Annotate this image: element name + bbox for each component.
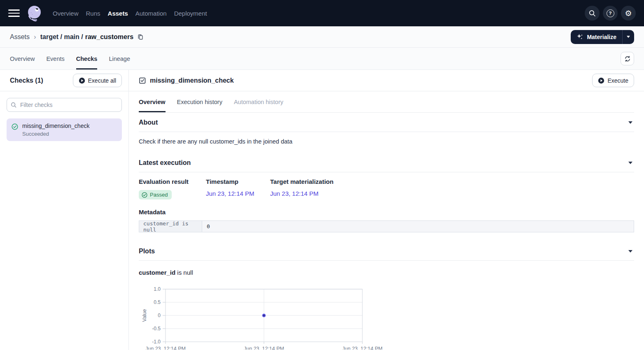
detail-tab-execution-history[interactable]: Execution history xyxy=(177,91,222,112)
materialize-split-button: Materialize xyxy=(571,30,634,44)
breadcrumb-assets-link[interactable]: Assets xyxy=(10,33,30,41)
latest-execution-section-header: Latest execution xyxy=(139,153,634,172)
y-tick-label: -1.0 xyxy=(152,339,161,345)
collapse-caret-icon[interactable] xyxy=(628,162,632,164)
hamburger-menu-icon[interactable] xyxy=(8,9,20,17)
y-tick-label: 1.0 xyxy=(154,286,161,292)
materialize-label: Materialize xyxy=(587,34,616,40)
latest-execution-summary: Evaluation result Passed Timestamp J xyxy=(139,178,634,199)
asset-tabs: Overview Events Checks Lineage xyxy=(10,48,130,70)
metadata-table: customer_id is null 0 xyxy=(139,220,634,232)
dagster-octopus-logo-icon[interactable] xyxy=(26,4,44,22)
collapse-caret-icon[interactable] xyxy=(628,121,632,124)
check-detail-panel: missing_dimension_check Execute Overview… xyxy=(129,70,644,350)
check-list-item-selected[interactable]: missing_dimension_check Succeeded xyxy=(7,118,122,141)
x-tick-label: Jun 23, 12:14 PM xyxy=(342,346,383,350)
latest-execution-heading: Latest execution xyxy=(139,159,191,167)
column-header-evaluation-result: Evaluation result xyxy=(139,178,206,185)
check-circle-icon xyxy=(142,192,147,198)
execute-all-button[interactable]: Execute all xyxy=(73,74,122,87)
metadata-heading: Metadata xyxy=(139,209,634,216)
nav-item-overview[interactable]: Overview xyxy=(53,10,79,17)
status-badge-passed: Passed xyxy=(139,190,172,199)
collapse-caret-icon[interactable] xyxy=(628,250,632,253)
tab-checks[interactable]: Checks xyxy=(76,48,98,70)
detail-tabs: Overview Execution history Automation hi… xyxy=(139,91,634,113)
play-circle-icon xyxy=(79,77,85,84)
settings-button[interactable]: ⚙ xyxy=(621,6,636,21)
help-button[interactable]: ? xyxy=(603,6,618,21)
value-scatter-chart: 1.0 0.5 0 -0.5 -1.0 Value Jun 23, 12:14 … xyxy=(139,286,634,350)
search-icon xyxy=(11,102,16,108)
breadcrumb-separator: › xyxy=(34,33,36,41)
about-section-header: About xyxy=(139,113,634,132)
breadcrumb-row: Assets › target / main / raw_customers M… xyxy=(0,26,644,48)
sparkle-icon xyxy=(576,33,583,40)
checks-panel-title: Checks (1) xyxy=(10,77,43,84)
check-item-status: Succeeded xyxy=(22,131,89,137)
check-detail-title: missing_dimension_check xyxy=(150,77,234,84)
asset-check-icon xyxy=(139,77,146,84)
top-nav: Overview Runs Assets Automation Deployme… xyxy=(0,0,644,26)
play-circle-icon xyxy=(598,77,604,84)
y-axis-label: Value xyxy=(142,309,147,322)
help-icon: ? xyxy=(607,9,614,17)
timestamp-link[interactable]: Jun 23, 12:14 PM xyxy=(206,190,254,197)
y-tick-label: -0.5 xyxy=(152,326,161,331)
checks-panel: Checks (1) Execute all xyxy=(0,70,129,350)
filter-checks-input[interactable] xyxy=(7,98,122,112)
caret-down-icon xyxy=(627,36,630,38)
about-heading: About xyxy=(139,119,158,126)
execute-button[interactable]: Execute xyxy=(592,74,634,87)
breadcrumb-asset-path: target / main / xyxy=(40,33,83,41)
data-point xyxy=(263,314,265,317)
nav-actions: ? ⚙ xyxy=(585,6,636,21)
tab-lineage[interactable]: Lineage xyxy=(109,48,130,70)
detail-tab-automation-history[interactable]: Automation history xyxy=(234,91,283,112)
gear-icon: ⚙ xyxy=(625,9,632,17)
plot-title: customer_id is null xyxy=(139,269,634,276)
metadata-value: 0 xyxy=(202,221,634,232)
copy-icon xyxy=(137,34,144,40)
plots-section-header: Plots xyxy=(139,241,634,261)
column-header-timestamp: Timestamp xyxy=(206,178,270,185)
refresh-icon xyxy=(624,56,631,62)
primary-nav: Overview Runs Assets Automation Deployme… xyxy=(53,10,207,17)
metadata-key: customer_id is null xyxy=(139,221,202,232)
breadcrumb-asset-name: raw_customers xyxy=(85,33,133,41)
nav-item-runs[interactable]: Runs xyxy=(86,10,100,17)
nav-item-assets[interactable]: Assets xyxy=(108,10,128,17)
asset-tabs-row: Overview Events Checks Lineage xyxy=(0,48,644,70)
nav-item-automation[interactable]: Automation xyxy=(135,10,167,17)
plots-heading: Plots xyxy=(139,248,155,255)
refresh-button[interactable] xyxy=(621,52,634,65)
x-tick-label: Jun 23, 12:14 PM xyxy=(145,346,186,350)
nav-item-deployment[interactable]: Deployment xyxy=(174,10,207,17)
y-tick-label: 0.5 xyxy=(154,299,161,305)
search-button[interactable] xyxy=(585,6,600,21)
y-tick-label: 0 xyxy=(158,313,161,318)
check-description: Check if there are any null customer_ids… xyxy=(139,138,634,145)
tab-overview[interactable]: Overview xyxy=(10,48,35,70)
search-icon xyxy=(588,9,596,17)
check-item-name: missing_dimension_check xyxy=(22,123,89,129)
copy-button[interactable] xyxy=(137,34,144,40)
tab-events[interactable]: Events xyxy=(46,48,64,70)
materialize-button[interactable]: Materialize xyxy=(571,30,622,44)
detail-tab-overview[interactable]: Overview xyxy=(139,91,166,112)
target-materialization-link[interactable]: Jun 23, 12:14 PM xyxy=(270,190,319,197)
column-header-target-materialization: Target materialization xyxy=(270,178,334,185)
x-tick-label: Jun 23, 12:14 PM xyxy=(244,346,284,350)
check-circle-icon xyxy=(12,123,18,137)
materialize-dropdown-button[interactable] xyxy=(622,30,634,44)
